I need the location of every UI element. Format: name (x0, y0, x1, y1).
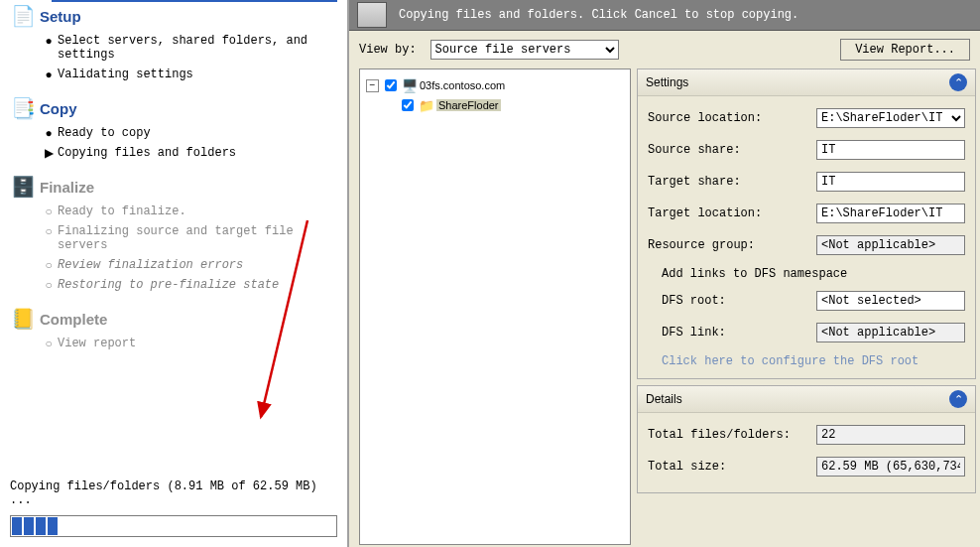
folder-icon: 📁 (419, 98, 434, 113)
bullet-icon: ○ (40, 258, 58, 272)
settings-title: Settings (646, 75, 688, 89)
bullet-icon: ● (40, 68, 58, 81)
total-size-label: Total size: (648, 460, 816, 474)
progress-text: Copying files/folders (8.91 MB of 62.59 … (10, 478, 337, 515)
tree-child-checkbox[interactable] (402, 99, 414, 111)
dfs-link-field (816, 323, 965, 342)
view-report-button[interactable]: View Report... (840, 39, 970, 61)
collapse-icon[interactable]: ⌃ (949, 390, 967, 408)
copy-title: Copy (40, 96, 337, 123)
finalize-step-4: Restoring to pre-finalize state (58, 278, 337, 292)
bullet-icon: ● (40, 34, 58, 62)
target-location-field[interactable] (816, 204, 965, 223)
dfs-configure-link[interactable]: Click here to configure the DFS root (648, 350, 965, 368)
progress-bar (10, 515, 337, 537)
server-tree[interactable]: − 🖥️ 03fs.contoso.com 📁 ShareFloder (359, 68, 631, 545)
setup-title: Setup (40, 4, 337, 31)
complete-icon: 📒 (6, 307, 40, 337)
setup-step-2: Validating settings (58, 68, 337, 81)
dfs-root-label: DFS root: (662, 294, 816, 308)
dfs-root-field[interactable] (816, 291, 965, 311)
bullet-icon: ○ (40, 224, 58, 252)
tree-collapse-icon[interactable]: − (366, 79, 379, 92)
tree-root-label[interactable]: 03fs.contoso.com (420, 79, 505, 91)
setup-step-1: Select servers, shared folders, and sett… (58, 34, 337, 62)
copy-step-1: Ready to copy (58, 126, 337, 140)
target-share-label: Target share: (648, 175, 816, 189)
setup-icon: 📄 (6, 4, 40, 34)
server-icon: 🖥️ (402, 78, 418, 93)
view-by-select[interactable]: Source file servers (430, 40, 619, 60)
bullet-icon: ○ (40, 278, 58, 292)
details-panel: Details ⌃ Total files/folders: Total siz… (637, 385, 976, 493)
finalize-step-3: Review finalization errors (58, 258, 337, 272)
dfs-link-label: DFS link: (662, 326, 816, 340)
bullet-icon: ● (40, 126, 58, 140)
bullet-icon: ○ (40, 337, 58, 350)
details-title: Details (646, 392, 682, 406)
finalize-icon: 🗄️ (6, 175, 40, 205)
view-by-label: View by: (359, 43, 417, 57)
target-location-label: Target location: (648, 206, 816, 220)
copy-step-2: Copying files and folders (58, 146, 337, 160)
finalize-step-1: Ready to finalize. (58, 205, 337, 218)
status-icon (357, 2, 387, 28)
resource-group-label: Resource group: (648, 238, 816, 252)
resource-group-field (816, 235, 965, 255)
source-location-select[interactable]: E:\ShareFloder\IT (816, 108, 965, 128)
complete-step-1: View report (58, 337, 337, 350)
finalize-step-2: Finalizing source and target file server… (58, 224, 337, 252)
source-share-field[interactable] (816, 140, 965, 160)
copy-icon: 📑 (6, 96, 40, 126)
collapse-icon[interactable]: ⌃ (949, 73, 967, 91)
bullet-icon: ○ (40, 205, 58, 218)
source-share-label: Source share: (648, 143, 816, 157)
total-size-field (816, 457, 965, 477)
tree-root-checkbox[interactable] (385, 79, 397, 91)
dfs-add-label: Add links to DFS namespace (662, 265, 965, 285)
status-bar: Copying files and folders. Click Cancel … (349, 0, 980, 31)
settings-panel: Settings ⌃ Source location: E:\ShareFlod… (637, 68, 976, 379)
tree-child-label[interactable]: ShareFloder (436, 99, 501, 111)
complete-title: Complete (40, 307, 337, 334)
total-files-label: Total files/folders: (648, 428, 816, 442)
source-location-label: Source location: (648, 111, 816, 125)
total-files-field (816, 425, 965, 445)
target-share-field[interactable] (816, 172, 965, 192)
finalize-title: Finalize (40, 175, 337, 202)
status-text: Copying files and folders. Click Cancel … (399, 8, 798, 22)
current-step-icon: ▶ (40, 146, 58, 160)
